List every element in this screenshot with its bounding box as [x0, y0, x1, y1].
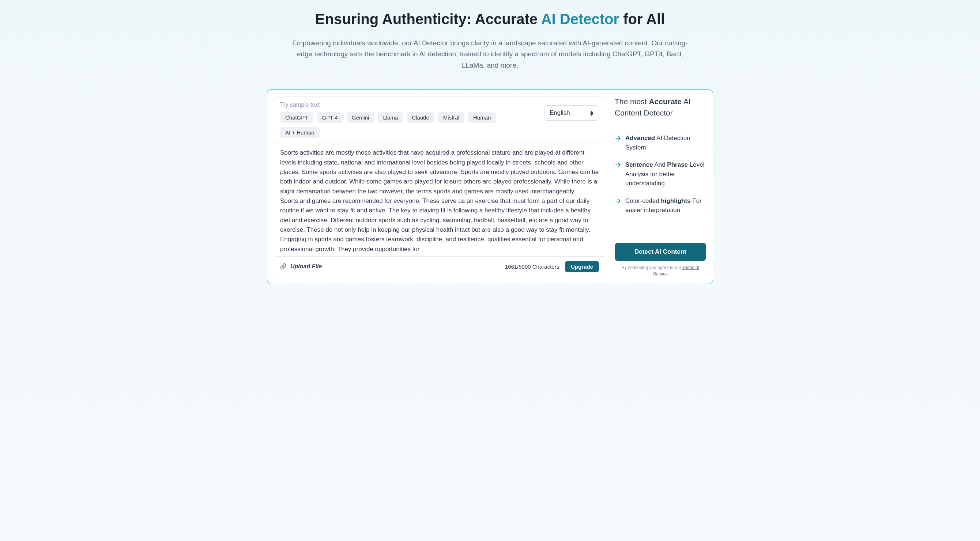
arrow-right-icon [615, 135, 621, 141]
feature-item: Sentence And Phrase Level Analysis for b… [615, 160, 706, 188]
main-panel: Try sample text ChatGPT GPT-4 Gemini Lla… [267, 89, 713, 284]
text-content: Sports activities are mostly those activ… [280, 148, 599, 254]
page-title: Ensuring Authenticity: Accurate AI Detec… [274, 11, 706, 27]
arrow-right-icon [615, 198, 621, 204]
upload-label: Upload File [290, 263, 322, 270]
detect-button[interactable]: Detect AI Content [615, 243, 706, 261]
feature-item: Color-coded highlights For easier interp… [615, 196, 706, 215]
sample-text-label: Try sample text [280, 102, 537, 108]
page-subtitle: Empowering individuals worldwide, our AI… [289, 38, 691, 71]
chip-ai-human[interactable]: AI + Human [280, 127, 320, 138]
character-count: 1661/5000 Characters [505, 263, 559, 270]
chip-chatgpt[interactable]: ChatGPT [280, 112, 313, 123]
select-arrows-icon: ▴▾ [590, 110, 593, 116]
paperclip-icon [280, 263, 287, 270]
chip-claude[interactable]: Claude [407, 112, 434, 123]
feature-item: Advanced AI Detection System [615, 133, 706, 152]
sample-chips: ChatGPT GPT-4 Gemini Llama Claude Mistra… [280, 112, 537, 138]
language-value: English [550, 109, 570, 117]
upgrade-button[interactable]: Upgrade [565, 261, 599, 272]
chip-llama[interactable]: Llama [378, 112, 403, 123]
sidebar-title: The most Accurate AI Content Detector [615, 96, 706, 126]
language-select[interactable]: English ▴▾ [544, 105, 599, 121]
page-header: Ensuring Authenticity: Accurate AI Detec… [267, 11, 713, 71]
text-input-area[interactable]: Sports activities are mostly those activ… [274, 143, 605, 256]
chip-gpt4[interactable]: GPT-4 [317, 112, 343, 123]
chip-gemini[interactable]: Gemini [347, 112, 374, 123]
input-card: Try sample text ChatGPT GPT-4 Gemini Lla… [274, 96, 605, 277]
chip-mistral[interactable]: Mistral [438, 112, 465, 123]
tos-notice: By continuing you agree to our Terms of … [615, 265, 706, 277]
arrow-right-icon [615, 162, 621, 168]
upload-file-button[interactable]: Upload File [280, 263, 322, 270]
chip-human[interactable]: Human [468, 112, 496, 123]
feature-list: Advanced AI Detection System Sentence An… [615, 133, 706, 238]
